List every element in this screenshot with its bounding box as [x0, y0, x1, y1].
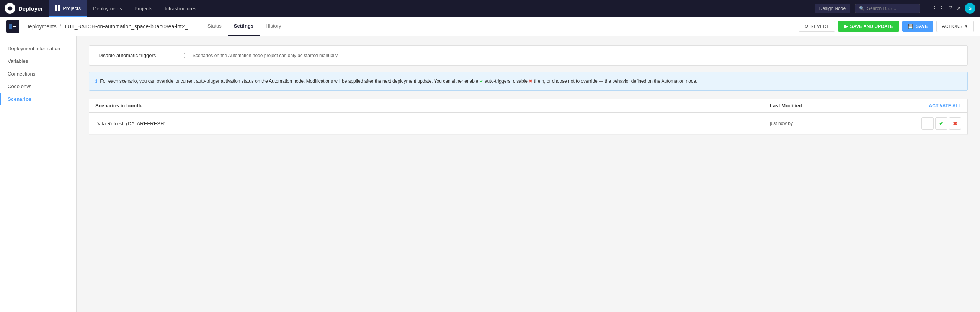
- revert-icon: ↻: [804, 23, 808, 29]
- design-node-label: Design Node: [819, 6, 846, 11]
- save-icon: 💾: [908, 24, 913, 29]
- info-box: ℹ For each scenario, you can override it…: [89, 72, 968, 91]
- logo-icon: [5, 3, 15, 14]
- triggers-section: Disable automatic triggers Scenarios on …: [89, 45, 968, 66]
- sidebar-toggle-icon: [9, 24, 16, 29]
- second-toolbar: Deployments / TUT_BATCH-on-automation_sp…: [0, 17, 980, 36]
- save-button[interactable]: 💾 SAVE: [902, 21, 933, 32]
- col-modified-label: Last Modified: [770, 103, 802, 108]
- nav-tab-projects[interactable]: Projects: [49, 0, 87, 17]
- cross-icon: ✖: [953, 120, 957, 126]
- sidebar-item-code-envs[interactable]: Code envs: [0, 80, 76, 93]
- breadcrumb-root[interactable]: Deployments: [25, 23, 57, 30]
- sidebar-item-label: Connections: [8, 71, 35, 77]
- save-label: SAVE: [916, 24, 928, 29]
- nav-tab-deployments[interactable]: Deployments: [87, 0, 128, 17]
- tab-settings[interactable]: Settings: [228, 17, 260, 36]
- toolbar-actions: ↻ REVERT ▶ SAVE AND UPDATE 💾 SAVE ACTION…: [799, 21, 974, 32]
- search-box[interactable]: 🔍 Search DSS...: [855, 4, 920, 13]
- action-cross-button[interactable]: ✖: [949, 117, 961, 130]
- nav-tab-label-projects: Projects: [63, 5, 81, 11]
- tab-settings-label: Settings: [234, 23, 253, 29]
- scenarios-table: Scenarios in bundle Last Modified ACTIVA…: [89, 99, 968, 135]
- row-modified: just now by: [770, 121, 885, 126]
- chevron-down-icon: ▼: [964, 24, 968, 28]
- breadcrumb: Deployments / TUT_BATCH-on-automation_sp…: [25, 23, 192, 30]
- expand-icon[interactable]: ↗: [956, 5, 961, 11]
- svg-rect-1: [58, 5, 60, 8]
- info-text-part4: the behavior defined on the Automation n…: [603, 79, 697, 84]
- action-check-button[interactable]: ✔: [935, 117, 947, 130]
- nav-tab-projects2[interactable]: Projects: [128, 0, 158, 17]
- grid-menu-icon[interactable]: ⋮⋮⋮: [924, 4, 945, 13]
- sidebar-item-label: Scenarios: [8, 96, 31, 102]
- search-placeholder: Search DSS...: [867, 6, 896, 11]
- modified-text: just now by: [770, 121, 793, 126]
- main-layout: Deployment information Variables Connect…: [0, 36, 980, 312]
- tab-status[interactable]: Status: [201, 17, 228, 36]
- col-modified-header: Last Modified: [770, 103, 885, 108]
- breadcrumb-separator: /: [60, 23, 61, 30]
- save-update-button[interactable]: ▶ SAVE AND UPDATE: [838, 21, 899, 32]
- svg-rect-5: [13, 25, 16, 25]
- svg-rect-4: [9, 24, 12, 29]
- triggers-label: Disable automatic triggers: [98, 53, 175, 58]
- revert-button[interactable]: ↻ REVERT: [799, 21, 835, 32]
- svg-rect-6: [13, 26, 16, 27]
- activate-all-button[interactable]: ACTIVATE ALL: [929, 103, 961, 108]
- sidebar-toggle[interactable]: [6, 20, 19, 33]
- save-update-label: SAVE AND UPDATE: [850, 24, 893, 29]
- actions-button[interactable]: ACTIONS ▼: [936, 21, 974, 32]
- table-header-row: Scenarios in bundle Last Modified ACTIVA…: [89, 99, 967, 113]
- sidebar-item-deployment-info[interactable]: Deployment information: [0, 42, 76, 55]
- sidebar-item-scenarios[interactable]: Scenarios: [0, 93, 76, 105]
- play-icon: ▶: [844, 23, 848, 29]
- tab-status-label: Status: [207, 23, 222, 29]
- app-name: Deployer: [18, 5, 43, 12]
- logo-area: Deployer: [5, 3, 43, 14]
- svg-rect-7: [13, 28, 16, 28]
- help-icon[interactable]: ?: [949, 5, 952, 12]
- actions-label: ACTIONS: [942, 24, 962, 29]
- col-actions-header: ACTIVATE ALL: [885, 103, 961, 108]
- info-text-part3: them, or choose not to override: [532, 79, 599, 84]
- triggers-description: Scenarios on the Automation node project…: [193, 53, 338, 58]
- disable-triggers-checkbox[interactable]: [180, 53, 185, 58]
- cross-icon: ✖: [529, 79, 532, 84]
- design-node-btn[interactable]: Design Node: [815, 4, 850, 13]
- content-area: Disable automatic triggers Scenarios on …: [77, 36, 980, 312]
- tab-history[interactable]: History: [260, 17, 287, 36]
- dash-icon: —: [925, 120, 930, 126]
- search-icon: 🔍: [859, 6, 865, 11]
- action-dash-button[interactable]: —: [921, 117, 934, 130]
- breadcrumb-current: TUT_BATCH-on-automation_space-b0ab08ea-i…: [64, 23, 192, 30]
- nav-tab-label-projects2: Projects: [134, 6, 152, 11]
- col-scenario-label: Scenarios in bundle: [95, 103, 143, 108]
- col-scenario-header: Scenarios in bundle: [95, 103, 770, 108]
- nav-tab-infrastructures[interactable]: Infrastructures: [158, 0, 203, 17]
- grid-icon: [55, 5, 60, 11]
- svg-rect-2: [55, 8, 57, 11]
- svg-rect-0: [55, 5, 57, 8]
- info-text-part1: For each scenario, you can override its …: [100, 79, 479, 84]
- sidebar-item-label: Code envs: [8, 84, 31, 89]
- avatar-initial: S: [969, 6, 972, 11]
- svg-rect-3: [58, 8, 60, 11]
- info-icon: ℹ: [95, 79, 97, 84]
- checkmark-icon: ✔: [480, 79, 483, 84]
- dash-icon: —: [599, 79, 603, 84]
- sidebar-item-label: Variables: [8, 58, 28, 64]
- toolbar-tabs: Status Settings History: [201, 17, 287, 36]
- check-icon: ✔: [939, 120, 944, 126]
- table-row: Data Refresh (DATAREFRESH) just now by —…: [89, 113, 967, 135]
- scenario-name-text: Data Refresh (DATAREFRESH): [95, 121, 166, 126]
- sidebar: Deployment information Variables Connect…: [0, 36, 77, 312]
- nav-tab-label-infra: Infrastructures: [165, 6, 196, 11]
- nav-tab-label-deployments: Deployments: [93, 6, 122, 11]
- sidebar-item-variables[interactable]: Variables: [0, 55, 76, 67]
- sidebar-item-connections[interactable]: Connections: [0, 67, 76, 80]
- info-text-part2: auto-triggers, disable: [483, 79, 529, 84]
- tab-history-label: History: [266, 23, 281, 29]
- avatar[interactable]: S: [965, 3, 975, 14]
- revert-label: REVERT: [810, 24, 829, 29]
